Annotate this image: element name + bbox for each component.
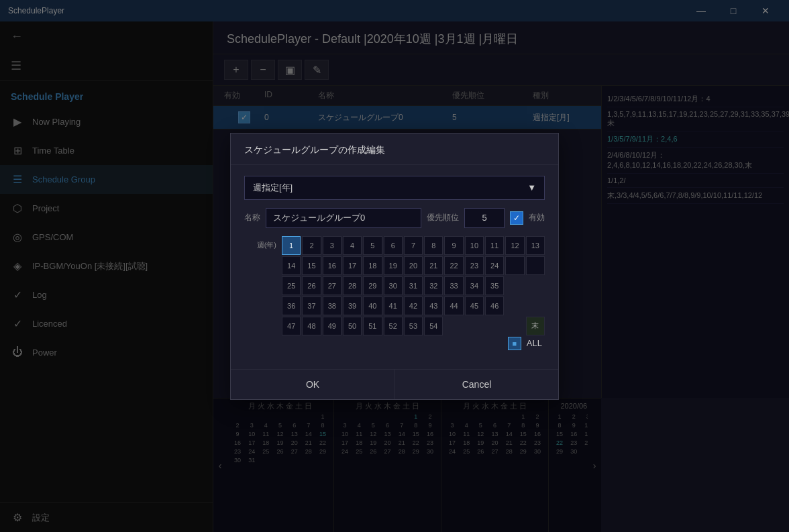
all-checkbox[interactable]: ■ xyxy=(508,337,521,350)
cancel-button[interactable]: Cancel xyxy=(394,370,558,399)
week-cell-52[interactable]: 52 xyxy=(384,317,403,335)
week-cell-28[interactable]: 28 xyxy=(343,276,362,295)
week-section: 週(年) 1 2 3 4 5 6 7 8 9 10 11 xyxy=(244,236,545,337)
week-cell-3[interactable]: 3 xyxy=(323,236,341,255)
week-cell-2[interactable]: 2 xyxy=(302,236,321,255)
week-cell-46[interactable]: 46 xyxy=(485,297,504,315)
week-cell-10[interactable]: 10 xyxy=(465,236,484,255)
week-cell-42[interactable]: 42 xyxy=(404,297,423,315)
week-cell-blank3 xyxy=(505,297,524,315)
week-cell-14[interactable]: 14 xyxy=(282,256,301,275)
week-cell-51[interactable]: 51 xyxy=(363,317,382,335)
week-cell-blank8 xyxy=(505,317,524,335)
week-cell-17[interactable]: 17 xyxy=(343,256,362,275)
week-cell-25b[interactable] xyxy=(526,256,545,275)
week-cell-12[interactable]: 12 xyxy=(505,236,524,255)
type-dropdown[interactable]: 週指定[年] ▼ xyxy=(244,176,545,200)
week-cell-53[interactable]: 53 xyxy=(404,317,423,335)
week-cell-25[interactable]: 25 xyxy=(282,276,301,295)
week-row-3: 25 26 27 28 29 30 31 32 33 34 35 xyxy=(282,276,545,295)
week-row-5: 47 48 49 50 51 52 53 54 末 xyxy=(282,317,545,335)
week-label: 週(年) xyxy=(244,236,276,250)
name-input[interactable] xyxy=(266,208,421,228)
week-cell-45[interactable]: 45 xyxy=(465,297,484,315)
week-cell-8[interactable]: 8 xyxy=(424,236,443,255)
week-cell-47[interactable]: 47 xyxy=(282,317,301,335)
week-cell-26[interactable]: 26 xyxy=(302,276,321,295)
week-cell-18[interactable]: 18 xyxy=(363,256,382,275)
week-row-1: 1 2 3 4 5 6 7 8 9 10 11 12 13 xyxy=(282,236,545,255)
week-cell-48[interactable]: 48 xyxy=(302,317,321,335)
week-cells: 1 2 3 4 5 6 7 8 9 10 11 12 13 xyxy=(282,236,545,337)
priority-label: 優先順位 xyxy=(427,212,459,223)
week-row-2: 14 15 16 17 18 19 20 21 22 23 24 xyxy=(282,256,545,275)
week-cell-50[interactable]: 50 xyxy=(343,317,362,335)
week-cell-19[interactable]: 19 xyxy=(384,256,403,275)
week-cell-16[interactable]: 16 xyxy=(323,256,341,275)
week-cell-13[interactable]: 13 xyxy=(526,236,545,255)
week-cell-5[interactable]: 5 xyxy=(363,236,382,255)
week-cell-37[interactable]: 37 xyxy=(302,297,321,315)
week-cell-41[interactable]: 41 xyxy=(384,297,403,315)
dialog-footer: OK Cancel xyxy=(231,369,558,399)
chevron-down-icon: ▼ xyxy=(527,182,536,193)
name-label: 名称 xyxy=(244,212,260,223)
week-cell-38[interactable]: 38 xyxy=(323,297,341,315)
form-row-main: 名称 優先順位 ✓ 有効 xyxy=(244,208,545,228)
week-cell-blank5 xyxy=(444,317,463,335)
week-cell-7[interactable]: 7 xyxy=(404,236,423,255)
week-cell-27[interactable]: 27 xyxy=(323,276,341,295)
week-cell-34[interactable]: 34 xyxy=(465,276,484,295)
week-cell-6[interactable]: 6 xyxy=(384,236,403,255)
dialog-overlay: スケジュールグループの作成編集 週指定[年] ▼ 名称 優先順位 ✓ 有効 xyxy=(0,0,789,532)
priority-input[interactable] xyxy=(464,208,505,228)
week-cell-54[interactable]: 54 xyxy=(424,317,443,335)
week-cell-matsu[interactable]: 末 xyxy=(526,317,545,335)
week-cell-blank1 xyxy=(505,276,524,295)
all-check-icon: ■ xyxy=(513,339,517,348)
week-cell-39[interactable]: 39 xyxy=(343,297,362,315)
enabled-checkbox[interactable]: ✓ xyxy=(510,211,523,225)
week-cell-25a[interactable] xyxy=(505,256,524,275)
enabled-label: 有効 xyxy=(529,212,545,223)
week-cell-blank7 xyxy=(485,317,504,335)
dialog-title: スケジュールグループの作成編集 xyxy=(231,134,558,165)
ok-button[interactable]: OK xyxy=(231,370,394,399)
dialog: スケジュールグループの作成編集 週指定[年] ▼ 名称 優先順位 ✓ 有効 xyxy=(230,133,559,400)
week-cell-blank6 xyxy=(465,317,484,335)
dropdown-value: 週指定[年] xyxy=(253,182,293,194)
all-row: ■ ALL xyxy=(244,337,545,350)
week-cell-44[interactable]: 44 xyxy=(444,297,463,315)
week-cell-4[interactable]: 4 xyxy=(343,236,362,255)
week-cell-35[interactable]: 35 xyxy=(485,276,504,295)
week-cell-23[interactable]: 23 xyxy=(465,256,484,275)
week-cell-32[interactable]: 32 xyxy=(424,276,443,295)
week-cell-blank4 xyxy=(526,297,545,315)
week-cell-24[interactable]: 24 xyxy=(485,256,504,275)
week-cell-33[interactable]: 33 xyxy=(444,276,463,295)
dialog-body: 週指定[年] ▼ 名称 優先順位 ✓ 有効 週(年) 1 xyxy=(231,165,558,369)
week-cell-22[interactable]: 22 xyxy=(444,256,463,275)
week-cell-11[interactable]: 11 xyxy=(485,236,504,255)
week-cell-blank2 xyxy=(526,276,545,295)
week-cell-1[interactable]: 1 xyxy=(282,236,301,255)
week-cell-20[interactable]: 20 xyxy=(404,256,423,275)
week-cell-40[interactable]: 40 xyxy=(363,297,382,315)
all-label: ALL xyxy=(527,338,542,348)
week-cell-43[interactable]: 43 xyxy=(424,297,443,315)
week-row-4: 36 37 38 39 40 41 42 43 44 45 46 xyxy=(282,297,545,315)
week-cell-31[interactable]: 31 xyxy=(404,276,423,295)
week-cell-36[interactable]: 36 xyxy=(282,297,301,315)
week-cell-30[interactable]: 30 xyxy=(384,276,403,295)
week-cell-15[interactable]: 15 xyxy=(302,256,321,275)
dropdown-row: 週指定[年] ▼ xyxy=(244,176,545,200)
week-cell-49[interactable]: 49 xyxy=(323,317,341,335)
week-cell-9[interactable]: 9 xyxy=(444,236,463,255)
week-cell-29[interactable]: 29 xyxy=(363,276,382,295)
week-cell-21[interactable]: 21 xyxy=(424,256,443,275)
